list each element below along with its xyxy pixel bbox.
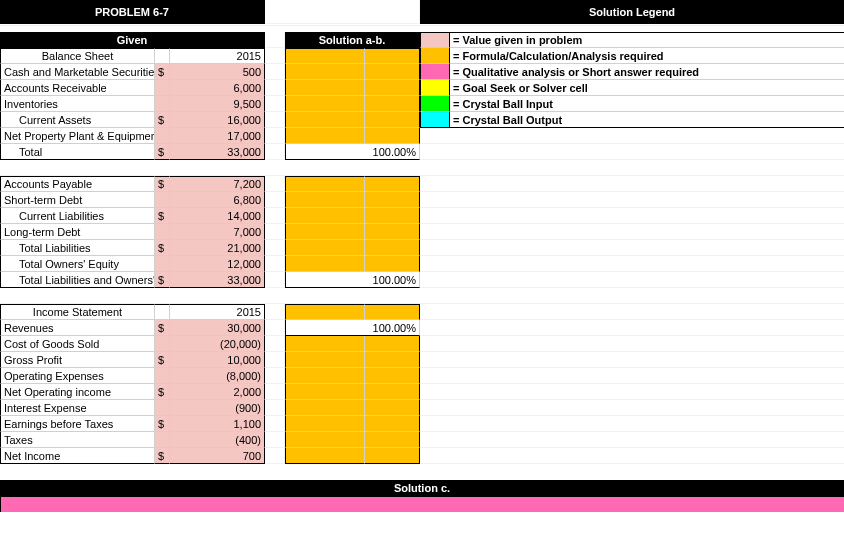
sol-cell[interactable] [285, 256, 365, 272]
legend-swatch-cyan [420, 112, 450, 128]
sym-cell: $ [155, 384, 170, 400]
val-cell[interactable]: 6,000 [170, 80, 265, 96]
gap [265, 144, 285, 160]
sol-cell[interactable] [285, 432, 365, 448]
sol-cell[interactable] [285, 384, 365, 400]
sol-pct[interactable]: 100.00% [285, 144, 420, 160]
val-cell[interactable]: 700 [170, 448, 265, 464]
val-cell[interactable]: 21,000 [170, 240, 265, 256]
sol-pct[interactable]: 100.00% [285, 272, 420, 288]
gap [420, 176, 844, 192]
gap [420, 336, 844, 352]
gap [265, 192, 285, 208]
val-cell[interactable]: 2,000 [170, 384, 265, 400]
solution-c-area[interactable] [0, 496, 844, 512]
sym-cell: $ [155, 144, 170, 160]
val-cell[interactable]: 500 [170, 64, 265, 80]
val-cell[interactable]: 16,000 [170, 112, 265, 128]
val-cell[interactable]: (20,000) [170, 336, 265, 352]
sol-cell[interactable] [365, 240, 420, 256]
spreadsheet-grid: PROBLEM 6-7 Solution Legend Given Soluti… [0, 0, 844, 512]
val-cell[interactable]: 9,500 [170, 96, 265, 112]
val-cell[interactable]: (900) [170, 400, 265, 416]
sol-cell[interactable] [365, 112, 420, 128]
sym-cell [155, 224, 170, 240]
spacer [0, 16, 844, 26]
sol-cell[interactable] [365, 176, 420, 192]
balance-sheet-header: Balance Sheet [0, 48, 155, 64]
sol-cell[interactable] [365, 368, 420, 384]
sol-cell[interactable] [365, 96, 420, 112]
gap [265, 96, 285, 112]
row-label: Net Property Plant & Equipment [0, 128, 155, 144]
val-cell[interactable]: (400) [170, 432, 265, 448]
sol-cell[interactable] [365, 192, 420, 208]
sol-cell[interactable] [285, 96, 365, 112]
gap [265, 272, 285, 288]
val-cell[interactable]: 7,000 [170, 224, 265, 240]
income-statement-header: Income Statement [0, 304, 155, 320]
sol-cell[interactable] [365, 80, 420, 96]
sol-cell[interactable] [365, 208, 420, 224]
sol-cell[interactable] [285, 80, 365, 96]
sol-cell[interactable] [285, 192, 365, 208]
sol-cell[interactable] [285, 304, 365, 320]
sol-cell[interactable] [365, 384, 420, 400]
row-label: Total Liabilities [0, 240, 155, 256]
sol-cell[interactable] [285, 112, 365, 128]
val-cell[interactable]: 12,000 [170, 256, 265, 272]
sol-pct[interactable]: 100.00% [285, 320, 420, 336]
sol-cell[interactable] [365, 224, 420, 240]
sol-cell[interactable] [365, 256, 420, 272]
val-cell[interactable]: 6,800 [170, 192, 265, 208]
sol-cell[interactable] [285, 176, 365, 192]
sol-cell[interactable] [365, 128, 420, 144]
sol-cell[interactable] [285, 336, 365, 352]
sol-cell[interactable] [365, 400, 420, 416]
row-label: Taxes [0, 432, 155, 448]
sol-cell[interactable] [365, 432, 420, 448]
sol-cell[interactable] [285, 240, 365, 256]
gap [265, 416, 285, 432]
gap [420, 144, 844, 160]
sol-cell[interactable] [285, 128, 365, 144]
sym-cell [155, 336, 170, 352]
sol-cell[interactable] [285, 416, 365, 432]
val-cell[interactable]: (8,000) [170, 368, 265, 384]
sol-cell[interactable] [285, 352, 365, 368]
sol-cell[interactable] [285, 208, 365, 224]
sol-cell[interactable] [285, 448, 365, 464]
val-cell[interactable]: 1,100 [170, 416, 265, 432]
row-label: Net Income [0, 448, 155, 464]
val-cell[interactable]: 17,000 [170, 128, 265, 144]
row-label: Revenues [0, 320, 155, 336]
gap [420, 320, 844, 336]
val-cell[interactable]: 14,000 [170, 208, 265, 224]
val-cell[interactable]: 7,200 [170, 176, 265, 192]
val-cell[interactable]: 30,000 [170, 320, 265, 336]
gap [265, 304, 285, 320]
row-label: Cost of Goods Sold [0, 336, 155, 352]
sym-cell [155, 96, 170, 112]
sol-cell[interactable] [285, 224, 365, 240]
sol-cell[interactable] [365, 304, 420, 320]
sym-cell [155, 256, 170, 272]
val-cell[interactable]: 10,000 [170, 352, 265, 368]
sym-cell: $ [155, 352, 170, 368]
sol-cell[interactable] [365, 448, 420, 464]
sol-cell[interactable] [365, 48, 420, 64]
val-cell[interactable]: 33,000 [170, 272, 265, 288]
gap [265, 352, 285, 368]
legend-text-pink: = Value given in problem [450, 32, 844, 48]
sol-cell[interactable] [285, 48, 365, 64]
sol-cell[interactable] [285, 368, 365, 384]
sol-cell[interactable] [365, 336, 420, 352]
sol-cell[interactable] [365, 352, 420, 368]
gap [420, 448, 844, 464]
solution-ab-header: Solution a-b. [285, 32, 420, 48]
val-cell[interactable]: 33,000 [170, 144, 265, 160]
sol-cell[interactable] [285, 400, 365, 416]
sol-cell[interactable] [365, 416, 420, 432]
sol-cell[interactable] [285, 64, 365, 80]
sol-cell[interactable] [365, 64, 420, 80]
